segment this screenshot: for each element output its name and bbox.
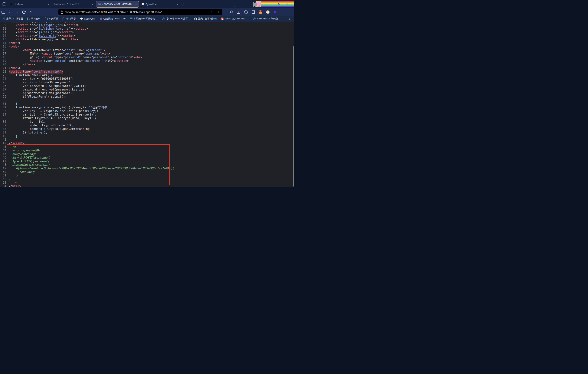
extension-button[interactable]: [251, 10, 255, 14]
code-token: function checkForm(){: [9, 74, 52, 77]
home-button[interactable]: ⌂: [27, 9, 34, 15]
code-token: <: [9, 59, 32, 63]
tab-strip: ctf.show×ctfshow web入门 web19×https://b53…: [0, 0, 186, 8]
tab-challenge[interactable]: https://b530faca-3891-4f6f-b1bf×: [96, 1, 139, 8]
code-token: }: [9, 102, 18, 106]
code-token: script: [67, 23, 77, 27]
code-token: mode : CryptoJS.mode.CBC,: [9, 124, 74, 127]
code-token: <: [9, 48, 24, 52]
tab-bar: ctf.show×ctfshow web入门 web19×https://b53…: [0, 0, 294, 8]
source-link[interactable]: js/jquery.min.js: [32, 22, 60, 23]
code-token: src=": [21, 22, 32, 23]
code-text: $("#pazzword").val(pazzword);: [9, 91, 74, 95]
adblock-extension-button[interactable]: [258, 10, 262, 14]
persona-extension-button[interactable]: [266, 10, 270, 14]
tab-ctfshow-web19[interactable]: ctfshow web入门 web19×: [51, 0, 95, 8]
new-tab-button[interactable]: +: [180, 0, 186, 8]
firefox-view-button[interactable]: [0, 0, 8, 8]
search-button[interactable]: [229, 10, 233, 14]
bookmark-item[interactable]: 【CTF】MISC常用工...: [162, 17, 190, 20]
code-text: <title>ctfshow web入门 web19</title>: [9, 38, 78, 41]
source-link[interactable]: js/zero.js: [39, 34, 56, 38]
code-text: </body>: [9, 66, 21, 70]
code-token: head: [12, 41, 19, 45]
avatar-icon: [194, 18, 197, 20]
account-icon: [244, 10, 248, 14]
bookmarks-overflow-button[interactable]: »: [289, 17, 291, 20]
code-token: src=": [28, 23, 39, 27]
url-bar[interactable]: view-source:https://b530faca-3891-4f6f-b…: [58, 9, 222, 15]
bookmark-label: 快速开始 - Hello CTF: [104, 17, 126, 20]
bookmark-item[interactable]: 国光 - 分享与收获: [194, 17, 217, 20]
bookmark-item[interactable]: 呆羊Zz - 博客园: [3, 17, 23, 20]
diamond-extension-button[interactable]: [273, 10, 277, 14]
vertical-scrollbar-thumb[interactable]: [293, 46, 294, 187]
code-text: <form action="#" method="post" id="login…: [9, 48, 105, 52]
minimize-button[interactable]: [269, 3, 272, 5]
line-number: 15: [0, 45, 9, 48]
bookmark-item[interactable]: 常用的misc工具合集 ...: [130, 17, 158, 20]
bookmark-item[interactable]: CyberChef: [80, 18, 95, 20]
code-text: </script>: [9, 142, 24, 145]
line-number: 31: [0, 102, 9, 106]
line-number: 28: [0, 91, 9, 95]
code-token: </: [9, 184, 12, 187]
sidebar-toggle-button[interactable]: [0, 9, 7, 15]
code-token: script: [18, 31, 28, 34]
forward-icon: →: [15, 10, 19, 14]
code-token: script: [62, 31, 72, 34]
forward-button[interactable]: →: [14, 9, 20, 15]
code-token: <: [9, 22, 10, 23]
bookmark-item[interactable]: 快速开始 - Hello CTF: [100, 17, 126, 20]
source-link[interactable]: js/aes.js: [39, 31, 54, 34]
url-text[interactable]: view-source:https://b530faca-3891-4f6f-b…: [65, 11, 216, 14]
code-token: 用户名：<: [9, 52, 43, 55]
source-line: 37 mode : CryptoJS.mode.CBC,: [0, 124, 294, 127]
tab-ctfshow-home[interactable]: ctf.show×: [8, 0, 51, 8]
source-line: 14</head>: [0, 41, 294, 45]
bookmark-item[interactable]: [CISCN2019 华东南...: [253, 17, 280, 20]
code-token: text/javascript: [33, 70, 60, 73]
code-token: "></: [60, 23, 67, 27]
code-token: ">: [60, 70, 63, 73]
tab-close-icon[interactable]: ×: [177, 3, 178, 6]
line-number: 12: [0, 34, 9, 38]
code-token: >: [77, 22, 79, 23]
line-number: 13: [0, 38, 9, 41]
bookmark-label: buuctf_练[CISCN201...: [225, 17, 249, 20]
extension-icon: [252, 10, 255, 14]
tab-close-icon[interactable]: ×: [135, 3, 137, 6]
restore-button[interactable]: [277, 3, 280, 5]
source-link[interactable]: js/cipher-core.js: [39, 27, 69, 30]
account-button[interactable]: [244, 10, 248, 14]
reload-button[interactable]: [20, 9, 27, 15]
bookmark-item[interactable]: 学习平台: [63, 17, 76, 20]
highlighted-code: <script type="text/javascript">: [9, 70, 63, 74]
tab-cyberchef[interactable]: CyberChef×: [140, 0, 180, 8]
view-source-content: 8<script src="js/jquery.min.js"></script…: [0, 22, 294, 187]
tab-close-icon[interactable]: ×: [47, 3, 49, 6]
bookmark-item[interactable]: nb的工具: [45, 17, 58, 20]
line-number: 44: [0, 149, 9, 152]
search-icon: [230, 11, 232, 13]
source-link[interactable]: #: [47, 48, 49, 52]
bookmark-item[interactable]: Cbuuctf_练[CISCN201...: [221, 17, 249, 20]
code-token: >: [127, 59, 129, 63]
tab-close-icon[interactable]: ×: [92, 3, 94, 6]
back-button[interactable]: ←: [7, 9, 14, 15]
close-window-button[interactable]: [286, 3, 289, 5]
source-link[interactable]: js/crypto.js: [39, 23, 60, 27]
bookmark-item[interactable]: 学习资料: [27, 17, 41, 20]
code-text: }: [9, 102, 18, 106]
downloads-button[interactable]: ↓: [236, 10, 241, 14]
code-token: if($u==='admin' && $p ==='a599ac85a73384…: [9, 167, 174, 170]
code-text: $p = $_POST['pazzword'];: [9, 160, 50, 163]
code-token: var key1 = CryptoJS.enc.Latin1.parse(key…: [9, 109, 98, 113]
menu-button[interactable]: [280, 10, 284, 14]
bookmark-star-icon[interactable]: ☆: [217, 10, 220, 14]
code-token: body: [10, 45, 17, 48]
lock-icon[interactable]: [61, 11, 63, 14]
line-number: 40: [0, 134, 9, 138]
source-line: 36 iv : iv1,: [0, 120, 294, 124]
code-token: "></: [68, 27, 75, 30]
